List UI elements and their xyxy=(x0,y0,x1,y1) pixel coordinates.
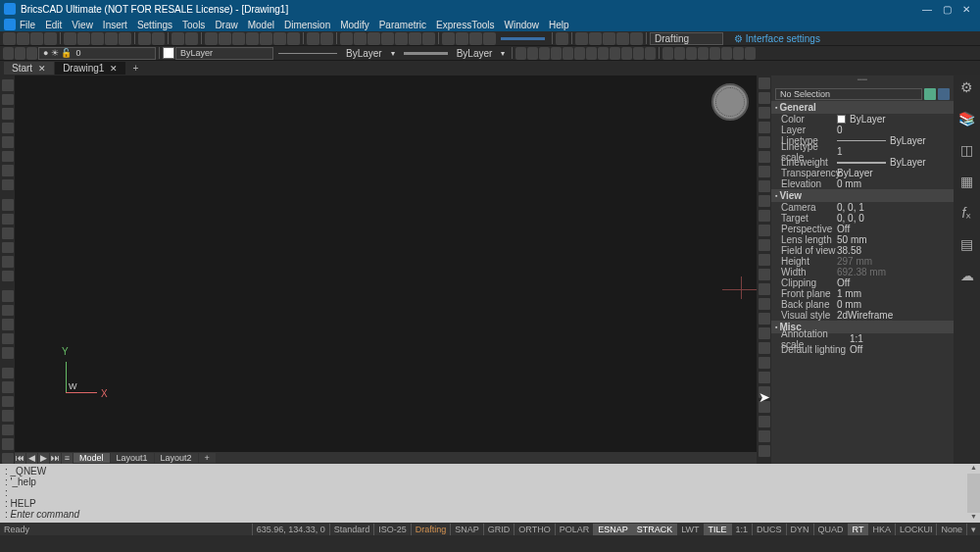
status-toggle[interactable]: POLAR xyxy=(555,524,594,535)
rotate-icon[interactable] xyxy=(759,107,770,119)
sheet-icon[interactable]: ▤ xyxy=(958,236,976,254)
toolbar-icon[interactable] xyxy=(307,32,319,45)
status-toggle[interactable]: HKA xyxy=(867,524,895,535)
dim-icon[interactable] xyxy=(515,47,526,60)
status-toggle[interactable]: Drafting xyxy=(411,524,451,535)
layout-tab[interactable]: Layout1 xyxy=(111,453,154,463)
snap-icon[interactable] xyxy=(745,47,756,60)
toolbar-icon[interactable] xyxy=(3,32,16,45)
dim-icon[interactable] xyxy=(633,47,644,60)
dim-icon[interactable] xyxy=(610,47,620,60)
snap-icon[interactable] xyxy=(662,47,673,60)
toolbar-icon[interactable] xyxy=(603,32,615,45)
toolbar-icon[interactable] xyxy=(77,32,90,45)
zoom-icon[interactable] xyxy=(381,32,394,45)
status-menu[interactable]: ▾ xyxy=(966,524,980,535)
toolbar-icon[interactable] xyxy=(442,32,455,45)
structure-icon[interactable]: ◫ xyxy=(958,142,976,160)
tool-icon[interactable] xyxy=(2,319,14,330)
menu-item[interactable]: Modify xyxy=(340,20,368,30)
tool-icon[interactable] xyxy=(2,227,14,239)
layer-combo[interactable]: ● ☀ 🔓 0 xyxy=(38,47,156,60)
toolbar-icon[interactable] xyxy=(616,32,629,45)
layers-icon[interactable]: 📚 xyxy=(958,111,976,128)
interface-settings-link[interactable]: Interface settings xyxy=(734,33,820,44)
status-toggle[interactable]: GRID xyxy=(483,524,514,535)
tab-close-icon[interactable]: ✕ xyxy=(110,64,118,74)
dim-icon[interactable] xyxy=(574,47,585,60)
tool-icon[interactable] xyxy=(2,438,14,450)
menu-item[interactable]: Help xyxy=(549,20,569,30)
layout-prev-button[interactable]: ◀ xyxy=(26,453,37,464)
menu-item[interactable]: Tools xyxy=(182,20,205,30)
toolbar-icon[interactable] xyxy=(469,32,482,45)
offset-icon[interactable] xyxy=(759,151,770,163)
prop-val[interactable]: Off xyxy=(850,344,954,355)
stretch-icon[interactable] xyxy=(759,298,770,310)
toolbar-icon[interactable] xyxy=(64,32,76,45)
tool-icon[interactable] xyxy=(2,425,14,436)
status-toggle[interactable]: STRACK xyxy=(632,524,677,535)
zoom-icon[interactable] xyxy=(422,32,435,45)
prop-val[interactable]: 0 mm xyxy=(837,178,954,189)
tool-icon[interactable] xyxy=(759,342,770,354)
prop-val[interactable]: 0 xyxy=(837,125,954,135)
layer-icon[interactable] xyxy=(15,47,25,60)
tool-icon[interactable] xyxy=(2,368,14,379)
status-toggle[interactable]: SNAP xyxy=(450,524,483,535)
undo-icon[interactable] xyxy=(172,32,184,45)
scroll-down-icon[interactable]: ▼ xyxy=(967,513,980,523)
toolbar-icon[interactable] xyxy=(556,32,568,45)
menu-item[interactable]: ExpressTools xyxy=(436,20,494,30)
scroll-up-icon[interactable]: ▲ xyxy=(967,464,980,474)
arc-icon[interactable] xyxy=(2,136,14,148)
snap-icon[interactable] xyxy=(686,47,697,60)
tool-icon[interactable] xyxy=(759,357,770,369)
close-button[interactable]: ✕ xyxy=(956,4,976,15)
status-toggle[interactable]: LOCKUI xyxy=(895,524,937,535)
toggle-icon[interactable] xyxy=(938,88,950,100)
zoom-icon[interactable] xyxy=(354,32,367,45)
rectangle-icon[interactable] xyxy=(2,108,14,120)
panel-grip[interactable]: ━━ xyxy=(771,75,954,87)
doc-tab[interactable]: Drawing1✕ xyxy=(55,62,125,75)
toolbar-icon[interactable] xyxy=(138,32,151,45)
tool-icon[interactable] xyxy=(2,381,14,393)
layout-next-button[interactable]: ▶ xyxy=(38,453,49,464)
toolbar-icon[interactable] xyxy=(287,32,300,45)
point-icon[interactable] xyxy=(2,179,14,191)
settings-icon[interactable]: ⚙ xyxy=(958,79,976,97)
explode-icon[interactable] xyxy=(759,269,770,280)
view-cube[interactable] xyxy=(711,83,749,121)
dim-icon[interactable] xyxy=(598,47,609,60)
status-toggle[interactable]: QUAD xyxy=(813,524,848,535)
status-toggle[interactable]: ESNAP xyxy=(593,524,632,535)
tool-icon[interactable] xyxy=(2,214,14,226)
toolbar-icon[interactable] xyxy=(219,32,231,45)
layer-icon[interactable] xyxy=(26,47,37,60)
status-toggle[interactable]: DYN xyxy=(786,524,813,535)
snap-icon[interactable] xyxy=(698,47,709,60)
doc-tab[interactable]: Start✕ xyxy=(4,62,54,75)
app-menu-icon[interactable] xyxy=(4,19,16,30)
dim-icon[interactable] xyxy=(527,47,538,60)
prop-val[interactable]: 2dWireframe xyxy=(837,310,954,321)
erase-icon[interactable] xyxy=(759,283,770,295)
tool-icon[interactable] xyxy=(759,401,770,413)
toolbar-icon[interactable] xyxy=(483,32,496,45)
workspace-combo[interactable]: Drafting xyxy=(650,32,723,45)
layout-add-button[interactable]: + xyxy=(199,453,216,463)
menu-item[interactable]: Draw xyxy=(215,20,237,30)
snap-icon[interactable] xyxy=(721,47,732,60)
toolbar-icon[interactable] xyxy=(456,32,468,45)
toolbar-icon[interactable] xyxy=(260,32,272,45)
toolbar-icon[interactable] xyxy=(152,32,165,45)
menu-item[interactable]: Insert xyxy=(103,20,127,30)
prop-val[interactable]: Off xyxy=(837,224,954,234)
dim-icon[interactable] xyxy=(586,47,597,60)
model-viewport[interactable]: Y X W ➤ xyxy=(15,75,757,452)
menu-item[interactable]: Window xyxy=(505,20,540,30)
prop-val[interactable]: Off xyxy=(837,277,954,288)
status-toggle[interactable]: LWT xyxy=(676,524,703,535)
color-combo[interactable]: ByLayer xyxy=(175,47,273,60)
